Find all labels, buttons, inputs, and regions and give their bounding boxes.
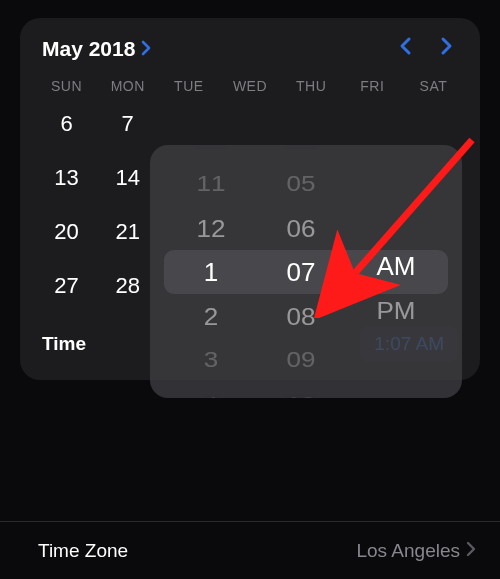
month-selector[interactable]: May 2018 [42,37,152,61]
day-cell[interactable] [219,108,280,140]
wheel-selected-period: AM [346,244,446,288]
chevron-right-icon [466,540,476,562]
calendar-header: May 2018 [36,36,464,72]
wheel-option: 4 [166,390,256,398]
weekday-sat: SAT [403,78,464,94]
day-cell[interactable]: 7 [97,108,158,140]
next-month-button[interactable] [440,36,454,62]
timezone-label: Time Zone [38,540,128,562]
wheel-option [346,212,446,243]
wheel-selected-minute: 07 [256,250,346,294]
month-nav [398,36,454,62]
period-wheel[interactable]: AM PM [346,145,446,398]
weekday-sun: SUN [36,78,97,94]
weekday-fri: FRI [342,78,403,94]
wheel-selected-hour: 1 [166,250,256,294]
wheel-option [346,372,446,392]
day-cell[interactable]: 13 [36,162,97,194]
wheel-option [346,181,446,208]
weekday-header: SUN MON TUE WED THU FRI SAT [36,72,464,108]
wheel-option: 05 [256,165,346,201]
timezone-row[interactable]: Time Zone Los Angeles [0,521,500,579]
chevron-right-icon [141,37,152,61]
timezone-value: Los Angeles [356,540,476,562]
day-cell[interactable] [281,108,342,140]
wheel-option: 09 [256,341,346,377]
wheel-option: PM [346,289,446,331]
timezone-text: Los Angeles [356,540,460,562]
wheel-option: 12 [166,207,256,249]
wheel-option: 04 [256,145,346,153]
weekday-wed: WED [219,78,280,94]
weekday-mon: MON [97,78,158,94]
day-cell[interactable]: 27 [36,270,97,302]
wheel-option: 10 [256,390,346,398]
hour-wheel[interactable]: 10 11 12 1 2 3 4 [166,145,256,398]
time-picker-popover: 10 11 12 1 2 3 4 04 05 06 07 08 09 10 AM… [150,145,462,398]
minute-wheel[interactable]: 04 05 06 07 08 09 10 [256,145,346,398]
weekday-thu: THU [281,78,342,94]
wheel-option: 10 [166,145,256,153]
wheel-option: 08 [256,295,346,337]
time-label: Time [42,333,86,355]
wheel-option: 11 [166,165,256,201]
prev-month-button[interactable] [398,36,412,62]
wheel-option [346,152,446,172]
wheel-option [346,335,446,362]
weekday-tue: TUE [158,78,219,94]
day-cell[interactable] [403,108,464,140]
day-cell[interactable] [158,108,219,140]
day-cell[interactable]: 20 [36,216,97,248]
day-cell[interactable] [342,108,403,140]
wheel-option: 2 [166,295,256,337]
wheel-option: 3 [166,341,256,377]
wheel-option: 06 [256,207,346,249]
day-cell[interactable]: 6 [36,108,97,140]
month-label: May 2018 [42,37,135,61]
